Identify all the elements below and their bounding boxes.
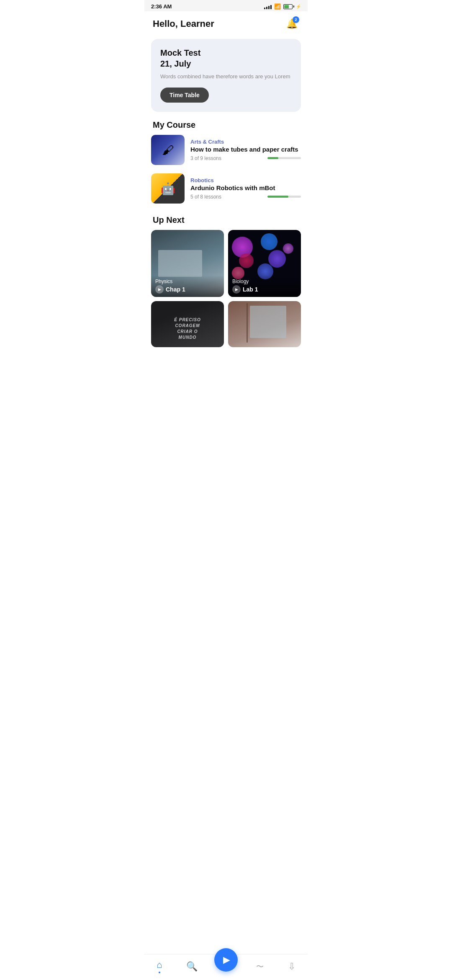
bottom-card-book[interactable]: É PRECISOCORAGEMCRIAR OMUNDO xyxy=(151,301,224,347)
mock-test-title: Mock Test 21, July xyxy=(160,47,292,69)
up-next-overlay-physics: Physics ▶ Chap 1 xyxy=(151,275,224,297)
notification-button[interactable]: 🔔 2 xyxy=(284,16,299,31)
status-bar: 2:36 AM 📶 ⚡ xyxy=(144,0,308,11)
up-next-subject-biology: Biology xyxy=(232,279,297,284)
up-next-grid-bottom: É PRECISOCORAGEMCRIAR OMUNDO xyxy=(144,297,308,347)
up-next-card-biology[interactable]: Biology ▶ Lab 1 xyxy=(228,230,301,297)
up-next-card-physics[interactable]: Physics ▶ Chap 1 xyxy=(151,230,224,297)
book-thumb: É PRECISOCORAGEMCRIAR OMUNDO xyxy=(151,301,224,347)
mock-test-card: Mock Test 21, July Words combined have t… xyxy=(151,39,301,112)
status-icons: 📶 ⚡ xyxy=(264,3,301,10)
course-name-robotics: Ardunio Robotics with mBot xyxy=(190,184,301,191)
course-progress-arts: 3 of 9 lessons xyxy=(190,155,301,161)
my-course-section-title: My Course xyxy=(144,119,308,135)
progress-bar-bg-arts xyxy=(267,157,301,159)
progress-bar-bg-robotics xyxy=(267,196,301,198)
play-icon-physics: ▶ xyxy=(155,285,164,294)
up-next-subject-physics: Physics xyxy=(155,279,220,284)
up-next-section-title: Up Next xyxy=(144,214,308,230)
play-icon-biology: ▶ xyxy=(232,285,241,294)
progress-bar-fill-arts xyxy=(267,157,278,159)
course-info-robotics: Robotics Ardunio Robotics with mBot 5 of… xyxy=(190,177,301,200)
timetable-button[interactable]: Time Table xyxy=(160,88,209,103)
up-next-chapter-physics: Chap 1 xyxy=(166,286,185,293)
up-next-grid: Physics ▶ Chap 1 xyxy=(144,230,308,297)
battery-icon: ⚡ xyxy=(283,4,301,9)
course-lessons-arts: 3 of 9 lessons xyxy=(190,155,221,161)
up-next-section: Up Next Physics ▶ Chap 1 xyxy=(144,212,308,347)
course-thumb-robotics xyxy=(151,173,185,204)
progress-bar-fill-robotics xyxy=(267,196,288,198)
course-category-arts: Arts & Crafts xyxy=(190,139,301,145)
course-lessons-robotics: 5 of 8 lessons xyxy=(190,194,221,200)
course-list: Arts & Crafts How to make tubes and pape… xyxy=(144,135,308,204)
up-next-chapter-row-physics: ▶ Chap 1 xyxy=(155,285,220,294)
up-next-chapter-biology: Lab 1 xyxy=(243,286,258,293)
notification-badge: 2 xyxy=(293,16,299,23)
course-category-robotics: Robotics xyxy=(190,177,301,183)
signal-icon xyxy=(264,4,272,9)
course-item-robotics[interactable]: Robotics Ardunio Robotics with mBot 5 of… xyxy=(151,173,301,204)
course-progress-robotics: 5 of 8 lessons xyxy=(190,194,301,200)
bottom-card-desk[interactable] xyxy=(228,301,301,347)
course-thumb-arts xyxy=(151,135,185,165)
course-name-arts: How to make tubes and paper crafts xyxy=(190,146,301,153)
up-next-chapter-row-biology: ▶ Lab 1 xyxy=(232,285,297,294)
status-time: 2:36 AM xyxy=(151,3,172,10)
header: Hello, Learner 🔔 2 xyxy=(144,11,308,36)
course-item-arts[interactable]: Arts & Crafts How to make tubes and pape… xyxy=(151,135,301,165)
wifi-icon: 📶 xyxy=(274,3,281,10)
course-info-arts: Arts & Crafts How to make tubes and pape… xyxy=(190,139,301,161)
greeting-text: Hello, Learner xyxy=(153,18,214,29)
mock-test-description: Words combined have therefore words are … xyxy=(160,72,292,81)
up-next-overlay-biology: Biology ▶ Lab 1 xyxy=(228,275,301,297)
